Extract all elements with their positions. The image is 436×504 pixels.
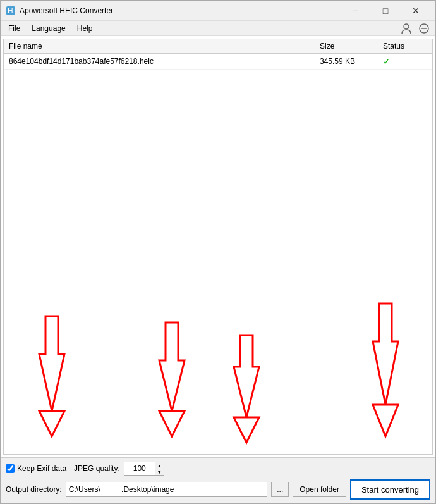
- svg-text:H: H: [8, 6, 13, 15]
- toolbar-row1: Keep Exif data JPEG quality: ▲ ▼: [6, 462, 430, 476]
- keep-exif-checkbox[interactable]: [6, 464, 15, 473]
- cell-size: 345.59 KB: [320, 57, 383, 66]
- quality-label: JPEG quality:: [74, 464, 120, 473]
- header-status: Status: [383, 42, 427, 51]
- chat-icon[interactable]: [418, 22, 430, 35]
- menu-file[interactable]: File: [3, 23, 25, 34]
- header-filename: File name: [9, 42, 320, 51]
- open-folder-button[interactable]: Open folder: [293, 482, 346, 497]
- svg-point-4: [421, 28, 423, 29]
- header-size: Size: [320, 42, 383, 51]
- table-body: 864e104bdf14d171bab374afe57f6218.heic 34…: [4, 54, 432, 454]
- menu-help[interactable]: Help: [72, 23, 98, 34]
- app-icon: H: [6, 6, 16, 16]
- bottom-toolbar: Keep Exif data JPEG quality: ▲ ▼ Output …: [1, 457, 435, 503]
- user-icon[interactable]: [400, 22, 413, 35]
- spinner-buttons: ▲ ▼: [155, 462, 164, 476]
- quality-down-button[interactable]: ▼: [155, 469, 164, 475]
- quality-group: JPEG quality: ▲ ▼: [74, 462, 164, 476]
- table-row[interactable]: 864e104bdf14d171bab374afe57f6218.heic 34…: [4, 54, 432, 70]
- quality-up-button[interactable]: ▲: [155, 462, 164, 469]
- file-table: File name Size Status 864e104bdf14d171ba…: [3, 39, 433, 455]
- output-dir-label: Output directory:: [6, 485, 62, 494]
- toolbar-row2: Output directory: ... Open folder Start …: [6, 479, 430, 500]
- keep-exif-text: Keep Exif data: [17, 464, 66, 473]
- menu-language[interactable]: Language: [27, 23, 70, 34]
- menu-right-icons: [400, 22, 433, 35]
- svg-point-5: [423, 28, 425, 29]
- cell-status: ✓: [383, 56, 427, 66]
- window-title: Apowersoft HEIC Converter: [20, 6, 341, 15]
- close-button[interactable]: ✕: [401, 1, 430, 21]
- output-path-input[interactable]: [66, 482, 268, 497]
- quality-spinner: ▲ ▼: [124, 462, 164, 476]
- keep-exif-label[interactable]: Keep Exif data: [6, 464, 66, 473]
- maximize-button[interactable]: □: [371, 1, 400, 21]
- svg-point-2: [404, 24, 409, 29]
- minimize-button[interactable]: −: [341, 1, 370, 21]
- svg-point-6: [425, 28, 427, 29]
- window-controls: − □ ✕: [341, 1, 430, 21]
- browse-button[interactable]: ...: [271, 482, 289, 497]
- menu-bar: File Language Help: [1, 21, 435, 36]
- quality-input[interactable]: [124, 462, 155, 476]
- cell-filename: 864e104bdf14d171bab374afe57f6218.heic: [9, 57, 320, 66]
- menu-items: File Language Help: [3, 23, 97, 34]
- title-bar: H Apowersoft HEIC Converter − □ ✕: [1, 1, 435, 21]
- start-converting-button[interactable]: Start converting: [350, 479, 430, 500]
- table-header: File name Size Status: [4, 39, 432, 54]
